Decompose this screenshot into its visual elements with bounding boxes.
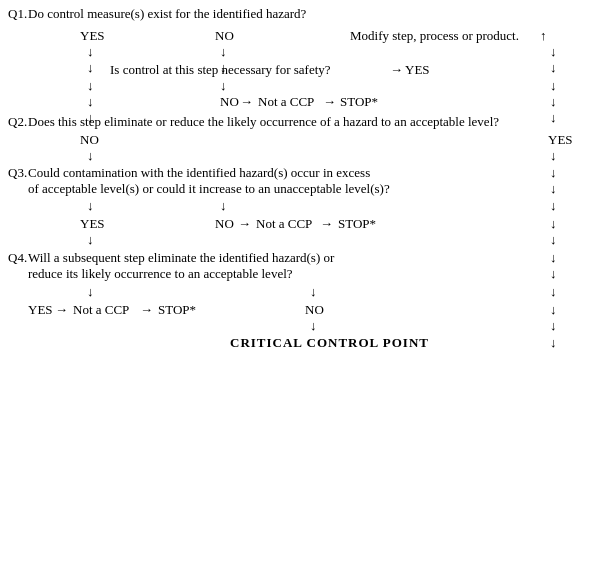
q3-text1: Could contamination with the identified … (28, 165, 370, 181)
arrow-q2-yes-down: ↓ (550, 148, 557, 164)
arrow-notccp-right: → (323, 94, 336, 110)
arrow-q4-no-down: ↓ (310, 318, 317, 334)
arrow-q1-no-down: ↓ (220, 44, 227, 60)
arrow-q3-notccp-right: → (320, 216, 333, 232)
arrow-right-q3-3: ↓ (550, 198, 557, 214)
arrow-right-q4-1: ↓ (550, 250, 557, 266)
q2-text: Does this step eliminate or reduce the l… (28, 114, 499, 130)
arrow-q2-no-down: ↓ (87, 148, 94, 164)
q2-no: NO (80, 132, 99, 148)
arrow-q1-yes-down4: ↓ (87, 94, 94, 110)
arrow-right-q4-5: ↓ (550, 318, 557, 334)
q4-text2: reduce its likely occurrence to an accep… (28, 266, 293, 282)
q1-notccp: Not a CCP (258, 94, 314, 110)
arrow-right-col-down1: ↓ (550, 44, 557, 60)
arrow-q4-yes-right: → (55, 302, 68, 318)
arrow-right-q3-1: ↓ (550, 165, 557, 181)
arrow-q4-notccp-right: → (140, 302, 153, 318)
ccp-label: CRITICAL CONTROL POINT (230, 335, 429, 351)
arrow-right-col-down5: ↓ (550, 110, 557, 126)
q2-yes: YES (548, 132, 573, 148)
arrow-right-q3-2: ↓ (550, 181, 557, 197)
q4-stop: STOP* (158, 302, 196, 318)
q1-stop: STOP* (340, 94, 378, 110)
q1-no: NO (215, 28, 234, 44)
arrow-right-col-down4: ↓ (550, 94, 557, 110)
arrow-q1-yes-down3: ↓ (87, 78, 94, 94)
q3-yes: YES (80, 216, 105, 232)
arrow-right-q4-6: ↓ (550, 335, 557, 351)
q1-no2: NO (220, 94, 239, 110)
arrow-q1-no-down3: ↓ (220, 78, 227, 94)
q3-text2: of acceptable level(s) or could it incre… (28, 181, 390, 197)
arrow-q3-no-right: → (238, 216, 251, 232)
arrow-right-col-down2: ↓ (550, 60, 557, 76)
q3-notccp: Not a CCP (256, 216, 312, 232)
q4-notccp: Not a CCP (73, 302, 129, 318)
q4-text1: Will a subsequent step eliminate the ide… (28, 250, 334, 266)
arrow-q3-no-col-down: ↓ (220, 198, 227, 214)
haccp-diagram: Q1. Do control measure(s) exist for the … (0, 0, 600, 571)
arrow-right-q4-4: ↓ (550, 302, 557, 318)
q2-label: Q2. (8, 114, 27, 130)
q1-modify: Modify step, process or product. (350, 28, 519, 44)
arrow-q2-left-down: ↓ (87, 110, 94, 126)
arrow-right-q4-2: ↓ (550, 266, 557, 282)
arrow-sub-right: → (390, 62, 403, 78)
arrow-q3-yes-down: ↓ (87, 232, 94, 248)
q4-yes: YES (28, 302, 53, 318)
arrow-q1-yes-down2: ↓ (87, 60, 94, 76)
q1-sub-text: Is control at this step necessary for sa… (110, 62, 331, 78)
q3-stop: STOP* (338, 216, 376, 232)
q1-label: Q1. (8, 6, 27, 22)
arrow-q4-yes-col: ↓ (87, 284, 94, 300)
arrow-no-right: → (240, 94, 253, 110)
q1-text: Do control measure(s) exist for the iden… (28, 6, 306, 22)
q3-label: Q3. (8, 165, 27, 181)
arrow-modify-up: ↑ (540, 28, 547, 44)
arrow-q3-yes-col-down: ↓ (87, 198, 94, 214)
q1-sub-yes: YES (405, 62, 430, 78)
arrow-right-q3-4: ↓ (550, 216, 557, 232)
arrow-q1-yes-down: ↓ (87, 44, 94, 60)
arrow-right-q4-3: ↓ (550, 284, 557, 300)
q1-yes: YES (80, 28, 105, 44)
q3-no: NO (215, 216, 234, 232)
q4-no: NO (305, 302, 324, 318)
arrow-right-col-down3: ↓ (550, 78, 557, 94)
arrow-q4-no-col: ↓ (310, 284, 317, 300)
q4-label: Q4. (8, 250, 27, 266)
arrow-right-q3-5: ↓ (550, 232, 557, 248)
